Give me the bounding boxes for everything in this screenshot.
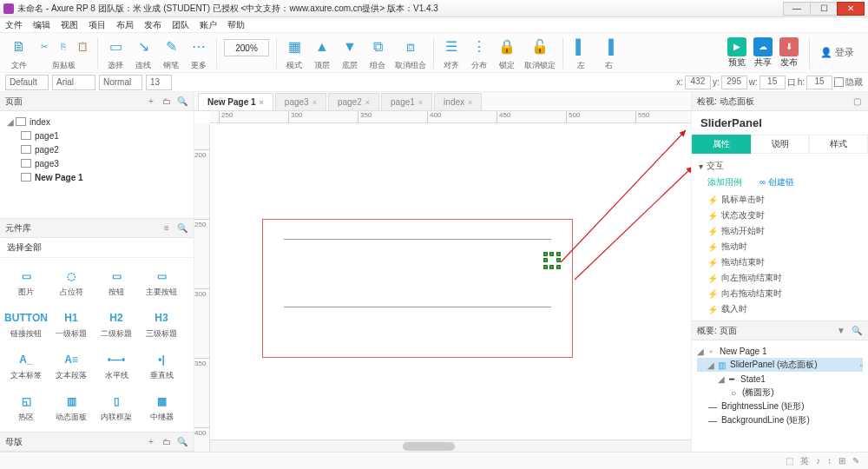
outline-row[interactable]: ○(椭圆形) xyxy=(697,386,863,400)
menu-团队[interactable]: 团队 xyxy=(172,19,189,31)
widget-item[interactable]: H3三级标题 xyxy=(139,303,184,345)
menu-视图[interactable]: 视图 xyxy=(61,19,78,31)
h-field[interactable]: 15 xyxy=(806,76,832,89)
widget-item[interactable]: ▯内联框架 xyxy=(94,386,139,428)
page-tab[interactable]: page2× xyxy=(328,93,379,110)
file-icon[interactable]: 🗎 xyxy=(9,36,30,57)
widget-item[interactable]: ▭主要按钮 xyxy=(139,261,184,303)
inspector-tab[interactable]: 属性 xyxy=(692,135,751,154)
canvas[interactable]: 250300350400450500550 200250300350400 xyxy=(194,111,691,452)
distribute-icon[interactable]: ⋮ xyxy=(469,36,490,57)
outline-row[interactable]: ◢▥SliderPanel (动态面板)▫ xyxy=(697,358,863,372)
line-widget[interactable] xyxy=(284,307,551,307)
size-select[interactable]: 13 xyxy=(146,75,172,90)
more-icon[interactable]: ⋯ xyxy=(188,36,209,57)
back-icon[interactable]: ▼ xyxy=(339,36,360,57)
mode-icon[interactable]: ▦ xyxy=(284,36,305,57)
page-row[interactable]: page1 xyxy=(5,129,188,142)
maximize-button[interactable]: ☐ xyxy=(810,2,838,16)
widget-item[interactable]: A_文本标签 xyxy=(3,345,49,386)
event-item[interactable]: ⚡拖动时 xyxy=(699,239,861,254)
page-tab[interactable]: index× xyxy=(434,93,482,110)
widget-item[interactable]: A≡文本段落 xyxy=(49,345,94,386)
x-field[interactable]: 432 xyxy=(685,76,711,89)
page-row[interactable]: page2 xyxy=(5,142,188,156)
widget-item[interactable]: ◱热区 xyxy=(3,386,49,428)
page-tab[interactable]: New Page 1× xyxy=(198,93,273,110)
close-tab-icon[interactable]: × xyxy=(312,98,317,107)
widget-item[interactable]: H2二级标题 xyxy=(94,303,139,345)
widget-item[interactable]: ▭图片 xyxy=(3,261,49,303)
event-item[interactable]: ⚡向左拖动结束时 xyxy=(699,270,861,286)
w-field[interactable]: 15 xyxy=(760,76,786,89)
ungroup-icon[interactable]: ⧈ xyxy=(400,36,421,57)
minimize-button[interactable]: — xyxy=(783,2,811,16)
inspector-tab[interactable]: 说明 xyxy=(751,135,810,154)
widget-item[interactable]: •|垂直线 xyxy=(139,345,184,386)
select-all-dropdown[interactable]: 选择全部 xyxy=(0,238,194,258)
hide-checkbox[interactable] xyxy=(834,77,844,87)
front-icon[interactable]: ▲ xyxy=(312,36,332,57)
status-icon[interactable]: ⊞ xyxy=(838,456,845,466)
ime-indicator[interactable]: ⬚ xyxy=(786,456,793,466)
event-item[interactable]: ⚡载入时 xyxy=(699,301,861,317)
add-case-link[interactable]: 添加用例 xyxy=(707,176,742,188)
close-tab-icon[interactable]: × xyxy=(468,98,472,107)
page-tab[interactable]: page3× xyxy=(275,93,326,110)
horizontal-scrollbar[interactable] xyxy=(210,439,691,452)
lib-search-icon[interactable]: 🔍 xyxy=(176,222,188,234)
right-icon[interactable]: ▐ xyxy=(598,36,619,57)
widget-item[interactable]: H1一级标题 xyxy=(49,303,94,345)
event-item[interactable]: ⚡鼠标单击时 xyxy=(699,192,861,208)
menu-文件[interactable]: 文件 xyxy=(5,19,23,31)
outline-row[interactable]: —BackgroundLine (矩形) xyxy=(697,413,863,427)
widget-item[interactable]: ▭按钮 xyxy=(94,261,139,303)
widget-item[interactable]: •—•水平线 xyxy=(94,345,139,386)
outline-row[interactable]: ◢▫New Page 1 xyxy=(697,344,863,358)
line-widget[interactable] xyxy=(284,239,551,240)
lock-icon[interactable]: 🔒 xyxy=(496,36,517,57)
search-icon[interactable]: 🔍 xyxy=(176,96,188,108)
unlock-icon[interactable]: 🔓 xyxy=(529,36,550,57)
event-item[interactable]: ⚡向右拖动结束时 xyxy=(699,286,861,301)
group-icon[interactable]: ⧉ xyxy=(367,36,388,57)
style-select[interactable]: Default xyxy=(5,75,49,90)
add-page-icon[interactable]: + xyxy=(145,96,157,108)
share-button[interactable]: ☁ xyxy=(753,37,773,56)
widget-item[interactable]: BUTTON链接按钮 xyxy=(3,303,49,345)
status-icon[interactable]: ♪ xyxy=(816,456,820,466)
outline-filter-icon[interactable]: ▼ xyxy=(835,325,847,337)
select-icon[interactable]: ▭ xyxy=(105,36,126,57)
menu-发布[interactable]: 发布 xyxy=(144,19,161,31)
widget-item[interactable]: ◌占位符 xyxy=(49,261,94,303)
widget-name[interactable]: SliderPanel xyxy=(692,111,868,135)
widget-item[interactable]: ▥动态面板 xyxy=(49,386,94,428)
page-row[interactable]: ◢index xyxy=(5,115,188,129)
preview-button[interactable]: ▶ xyxy=(727,37,746,56)
add-master-icon[interactable]: + xyxy=(145,436,157,448)
inspector-close-icon[interactable]: ▢ xyxy=(851,96,863,108)
inspector-tab[interactable]: 样式 xyxy=(809,135,868,154)
master-search-icon[interactable]: 🔍 xyxy=(176,436,188,448)
page-row[interactable]: New Page 1 xyxy=(5,170,188,184)
menu-编辑[interactable]: 编辑 xyxy=(33,19,50,31)
menu-账户[interactable]: 账户 xyxy=(200,19,217,31)
interactions-section[interactable]: ▾ 交互 xyxy=(699,157,861,175)
cut-icon[interactable]: ✂ xyxy=(36,39,52,55)
selected-widget[interactable] xyxy=(543,252,561,269)
copy-icon[interactable]: ⎘ xyxy=(56,39,71,55)
close-button[interactable]: ✕ xyxy=(837,2,865,16)
add-folder-icon[interactable]: 🗀 xyxy=(161,96,173,108)
menu-项目[interactable]: 项目 xyxy=(89,19,106,31)
status-icon[interactable]: ↕ xyxy=(827,456,832,466)
event-item[interactable]: ⚡拖动开始时 xyxy=(699,223,861,239)
page-tab[interactable]: page1× xyxy=(381,93,432,110)
lib-menu-icon[interactable]: ≡ xyxy=(161,222,173,234)
outline-search-icon[interactable]: 🔍 xyxy=(851,325,863,337)
align-icon[interactable]: ☰ xyxy=(441,36,462,57)
y-field[interactable]: 295 xyxy=(721,76,747,89)
master-folder-icon[interactable]: 🗀 xyxy=(161,436,173,448)
page-row[interactable]: page3 xyxy=(5,156,188,170)
menu-布局[interactable]: 布局 xyxy=(116,19,134,31)
close-tab-icon[interactable]: × xyxy=(260,98,264,107)
